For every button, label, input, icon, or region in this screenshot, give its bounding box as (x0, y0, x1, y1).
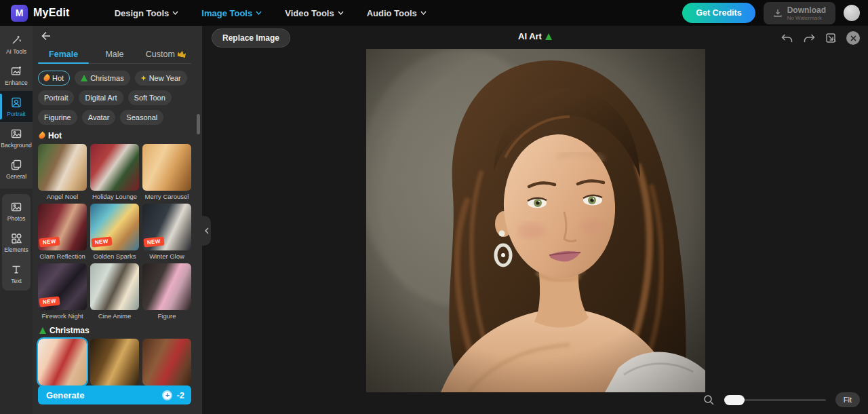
style-thumbnail[interactable]: Angel Noel (38, 144, 87, 200)
flame-icon (38, 132, 47, 140)
style-thumbnail[interactable]: Holiday Lounge (90, 144, 139, 200)
style-thumbnail-label: Angel Noel (36, 193, 89, 200)
export-image-icon (825, 33, 837, 44)
panel-scrollbar[interactable] (197, 114, 200, 134)
sidebar-item-background[interactable]: Background (0, 122, 33, 153)
style-thumbnail-image-selected[interactable] (38, 339, 87, 385)
sidebar-item-label: Elements (4, 246, 28, 253)
style-thumbnail[interactable]: NEW Glam Reflection (38, 204, 87, 260)
download-label: Download (787, 5, 826, 15)
fit-button[interactable]: Fit (835, 392, 860, 407)
chip-new-year[interactable]: New Year (135, 71, 187, 86)
chevron-down-icon (256, 11, 262, 15)
tree-icon (39, 327, 46, 334)
style-thumbnail[interactable]: NEW Firework Night (38, 263, 87, 320)
style-thumbnail-image[interactable] (90, 144, 139, 191)
sidebar-item-enhance[interactable]: Enhance (0, 60, 33, 91)
gender-tabs: Female Male Custom (38, 45, 191, 64)
chip-soft-toon[interactable]: Soft Toon (128, 90, 172, 105)
zoom-controls: Fit (703, 392, 860, 407)
style-thumbnail[interactable]: Cine Anime (90, 263, 139, 320)
style-thumbnail[interactable]: NEW Golden Sparks (90, 204, 139, 260)
zoom-icon (703, 394, 715, 406)
style-thumbnail-image[interactable] (142, 144, 191, 191)
undo-button[interactable] (781, 33, 793, 43)
redo-button[interactable] (803, 33, 816, 43)
chip-figurine[interactable]: Figurine (38, 110, 77, 125)
generate-label: Generate (46, 390, 84, 400)
style-thumbnail[interactable]: Merry Carousel (142, 144, 191, 200)
sidebar-item-elements[interactable]: Elements (2, 227, 31, 258)
section-header-hot: Hot (39, 131, 191, 140)
main-nav: Design Tools Image Tools Video Tools Aud… (115, 8, 427, 18)
sidebar-item-text[interactable]: Text (2, 258, 31, 289)
chevron-down-icon (172, 11, 178, 15)
style-thumbnail-label: Golden Sparks (88, 252, 141, 260)
chip-christmas[interactable]: Christmas (75, 71, 130, 86)
style-grid-hot: Angel Noel Holiday Lounge Merry Carousel… (38, 144, 191, 320)
nav-image-tools[interactable]: Image Tools (201, 8, 262, 18)
style-thumbnail[interactable]: NEW Winter Glow (142, 204, 191, 260)
canvas-actions (781, 31, 860, 45)
chip-seasonal[interactable]: Seasonal (120, 110, 163, 125)
sidebar-item-photos[interactable]: Photos (2, 195, 31, 227)
tab-female[interactable]: Female (38, 45, 89, 63)
download-sublabel: No Watermark (787, 15, 826, 21)
generate-button[interactable]: Generate + -2 (38, 385, 191, 404)
user-avatar[interactable] (844, 5, 860, 21)
chevron-down-icon (420, 11, 427, 15)
collapse-panel-handle[interactable] (202, 216, 211, 246)
style-panel: Female Male Custom Hot Christmas New Yea… (33, 26, 202, 414)
chip-portrait[interactable]: Portrait (38, 90, 74, 105)
style-thumbnail-label: Merry Carousel (140, 193, 193, 200)
canvas-title: AI Art (518, 31, 552, 41)
replace-image-button[interactable]: Replace Image (212, 29, 290, 48)
nav-audio-tools[interactable]: Audio Tools (367, 8, 427, 18)
image-sparkle-icon (10, 65, 22, 77)
brand-name: MyEdit (33, 7, 70, 19)
style-thumbnail-image[interactable] (90, 263, 139, 310)
back-arrow-icon[interactable] (41, 31, 52, 41)
style-thumbnail-image[interactable] (90, 339, 139, 385)
get-credits-button[interactable]: Get Credits (682, 3, 755, 23)
export-image-button[interactable] (825, 33, 837, 44)
zoom-slider-thumb[interactable] (724, 395, 745, 405)
nav-design-tools[interactable]: Design Tools (115, 8, 179, 18)
sidebar-item-ai-tools[interactable]: AI Tools (0, 29, 33, 60)
redo-icon (803, 33, 816, 43)
layers-icon (10, 159, 22, 171)
sidebar-item-label: Portrait (7, 111, 25, 117)
topbar: M MyEdit Design Tools Image Tools Video … (0, 0, 868, 26)
style-thumbnail-label: Cine Anime (88, 312, 141, 320)
close-icon (850, 35, 856, 41)
chip-digital-art[interactable]: Digital Art (79, 90, 123, 105)
download-button[interactable]: Download No Watermark (764, 2, 835, 24)
style-thumbnail-image[interactable] (142, 339, 191, 385)
nav-label: Audio Tools (367, 8, 417, 18)
chip-label: Avatar (88, 113, 110, 121)
sidebar-item-label: Enhance (5, 79, 28, 86)
tab-male[interactable]: Male (89, 45, 140, 63)
tab-label: Male (105, 50, 123, 59)
style-thumbnail-image[interactable] (142, 263, 191, 310)
chip-label: Portrait (44, 94, 68, 102)
chip-avatar[interactable]: Avatar (82, 110, 116, 125)
generated-image[interactable] (366, 49, 705, 392)
nav-video-tools[interactable]: Video Tools (285, 8, 343, 18)
tab-custom[interactable]: Custom (140, 45, 191, 63)
style-thumbnail-image[interactable] (38, 144, 87, 191)
zoom-slider[interactable] (724, 399, 826, 401)
style-thumbnail-label: Holiday Lounge (88, 193, 141, 200)
chip-hot[interactable]: Hot (38, 71, 70, 86)
chip-label: Hot (52, 74, 64, 82)
sidebar-item-portrait[interactable]: Portrait (0, 91, 33, 122)
chip-label: Christmas (90, 74, 124, 82)
sidebar-item-general[interactable]: General (0, 153, 33, 185)
nav-label: Image Tools (201, 8, 252, 18)
section-title: Hot (48, 131, 62, 140)
close-button[interactable] (846, 31, 860, 45)
brand[interactable]: M MyEdit (11, 5, 70, 22)
photo-icon (10, 201, 22, 213)
style-thumbnail-label: Glam Reflection (36, 252, 89, 260)
style-thumbnail[interactable]: Figure (142, 263, 191, 320)
